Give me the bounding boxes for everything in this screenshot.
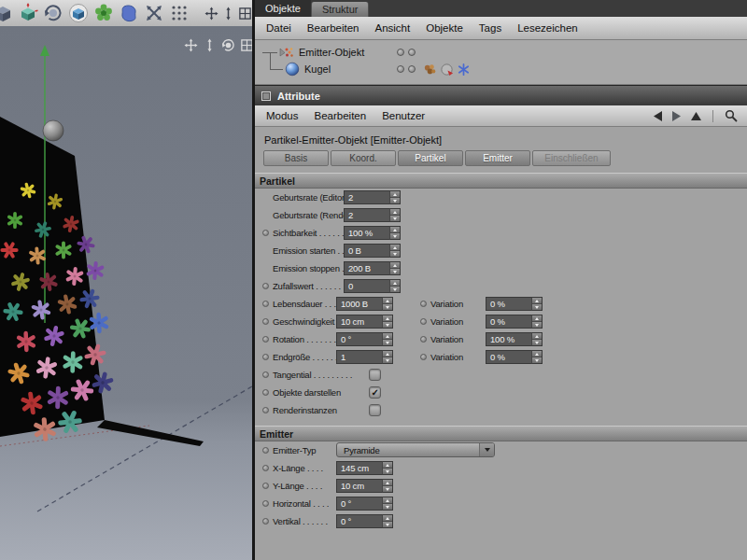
number-field[interactable]: 1	[336, 350, 393, 364]
stepper-down[interactable]	[383, 303, 392, 310]
particle-points-icon[interactable]	[166, 1, 191, 26]
move-tool-icon[interactable]	[15, 1, 40, 26]
viewport-scene[interactable]	[0, 26, 255, 560]
menu-datei[interactable]: Datei	[266, 22, 291, 34]
visibility-dot-render[interactable]	[408, 49, 416, 56]
number-field[interactable]: 0 %	[486, 315, 543, 329]
keyframe-dot[interactable]	[262, 447, 269, 454]
tab-emitter[interactable]: Emitter	[465, 150, 530, 166]
selection-cube-tool-icon[interactable]	[0, 1, 15, 26]
menu-bearbeiten[interactable]: Bearbeiten	[315, 110, 367, 121]
viewport-rotate-icon[interactable]	[220, 37, 236, 52]
tab-einschliessen[interactable]: Einschließen	[532, 150, 611, 166]
menu-objekte[interactable]: Objekte	[426, 22, 463, 34]
checkbox[interactable]	[369, 404, 381, 416]
number-field[interactable]: 0 °	[336, 332, 393, 346]
viewport-zoom-icon[interactable]	[202, 37, 218, 52]
tab-struktur[interactable]: Struktur	[311, 2, 370, 17]
keyframe-dot[interactable]	[420, 354, 427, 360]
rotate-tool-icon[interactable]	[40, 1, 65, 26]
keyframe-dot[interactable]	[262, 301, 269, 307]
stepper-down[interactable]	[383, 503, 392, 510]
number-field[interactable]: 100 %	[344, 226, 401, 240]
layout-panels-icon[interactable]	[237, 1, 252, 25]
visibility-dot-editor[interactable]	[397, 49, 404, 56]
number-field[interactable]: 2	[344, 208, 401, 222]
scale-tool-icon[interactable]	[141, 1, 166, 26]
keyframe-dot[interactable]	[262, 389, 269, 396]
number-field[interactable]: 2	[344, 190, 401, 204]
stepper-down[interactable]	[532, 321, 542, 328]
object-label[interactable]: Kugel	[304, 63, 331, 75]
coord-updown-icon[interactable]	[220, 1, 235, 25]
visibility-dot-editor[interactable]	[397, 65, 404, 73]
object-label[interactable]: Emitter-Objekt	[299, 47, 364, 58]
keyframe-dot[interactable]	[420, 301, 427, 307]
stepper-down[interactable]	[383, 339, 392, 345]
checkbox[interactable]: ✓	[369, 386, 381, 399]
viewport[interactable]	[0, 0, 255, 560]
keyframe-dot[interactable]	[262, 500, 269, 507]
keyframe-dot[interactable]	[262, 407, 269, 413]
menu-benutzer[interactable]: Benutzer	[382, 110, 425, 121]
keyframe-dot[interactable]	[262, 318, 269, 325]
keyframe-dot[interactable]	[262, 518, 269, 525]
keyframe-dot[interactable]	[262, 230, 269, 236]
kugel-icon[interactable]	[285, 62, 300, 77]
stepper-down[interactable]	[383, 521, 392, 527]
number-field[interactable]: 0	[344, 279, 401, 293]
stepper-down[interactable]	[532, 303, 542, 310]
menu-bearbeiten[interactable]: Bearbeiten	[307, 22, 359, 34]
stepper-down[interactable]	[390, 286, 400, 292]
number-field[interactable]: 0 B	[344, 244, 401, 258]
tab-objekte[interactable]: Objekte	[255, 0, 311, 17]
search-icon[interactable]	[725, 109, 738, 122]
stepper-down[interactable]	[383, 468, 392, 474]
keyframe-dot[interactable]	[420, 336, 427, 343]
menu-modus[interactable]: Modus	[266, 110, 299, 121]
keyframe-dot[interactable]	[262, 283, 269, 289]
scroll-up-icon[interactable]	[691, 112, 701, 120]
emitter-objekt-icon[interactable]	[279, 45, 294, 60]
keyframe-dot[interactable]	[262, 483, 269, 489]
menu-lesezeichen[interactable]: Lesezeichen	[517, 22, 578, 34]
sphere-object[interactable]	[43, 120, 63, 141]
menu-tags[interactable]: Tags	[479, 22, 501, 34]
tab-koord[interactable]: Koord.	[331, 150, 396, 166]
tab-partikel[interactable]: Partikel	[398, 150, 463, 166]
keyframe-dot[interactable]	[262, 336, 269, 343]
number-field[interactable]: 10 cm	[336, 479, 393, 493]
history-forward-icon[interactable]	[672, 111, 681, 121]
stepper-down[interactable]	[390, 232, 400, 239]
menu-ansicht[interactable]: Ansicht	[374, 22, 410, 34]
stepper-down[interactable]	[390, 268, 400, 274]
tab-basis[interactable]: Basis	[263, 150, 329, 166]
axis-lock-icon[interactable]	[204, 1, 218, 25]
visibility-dot-render[interactable]	[408, 65, 416, 73]
number-field[interactable]: 0 °	[336, 497, 393, 511]
emitter-typ-dropdown[interactable]: Pyramide	[336, 442, 495, 457]
number-field[interactable]: 10 cm	[336, 315, 393, 329]
stepper-down[interactable]	[383, 485, 392, 492]
keyframe-dot[interactable]	[262, 465, 269, 471]
phong-tag-icon[interactable]	[440, 63, 454, 77]
checkbox[interactable]	[369, 369, 381, 381]
number-field[interactable]: 0 %	[486, 297, 543, 311]
number-field[interactable]: 145 cm	[336, 461, 393, 475]
primitive-cube-icon[interactable]	[65, 1, 91, 26]
object-row[interactable]: Kugel	[255, 61, 747, 77]
stepper-down[interactable]	[390, 250, 400, 257]
motion-blur-tag-icon[interactable]	[457, 63, 471, 77]
stepper-down[interactable]	[532, 357, 542, 363]
history-back-icon[interactable]	[654, 111, 662, 121]
particle-tag-icon[interactable]	[423, 63, 437, 77]
stepper-down[interactable]	[383, 321, 392, 328]
number-field[interactable]: 0 °	[336, 514, 393, 528]
stepper-down[interactable]	[383, 357, 392, 363]
number-field[interactable]: 200 B	[344, 261, 401, 275]
stepper-down[interactable]	[532, 339, 542, 345]
keyframe-dot[interactable]	[262, 354, 269, 360]
stepper-down[interactable]	[390, 215, 400, 221]
primitive-spline-icon[interactable]	[116, 1, 141, 26]
viewport-pan-icon[interactable]	[183, 37, 199, 52]
